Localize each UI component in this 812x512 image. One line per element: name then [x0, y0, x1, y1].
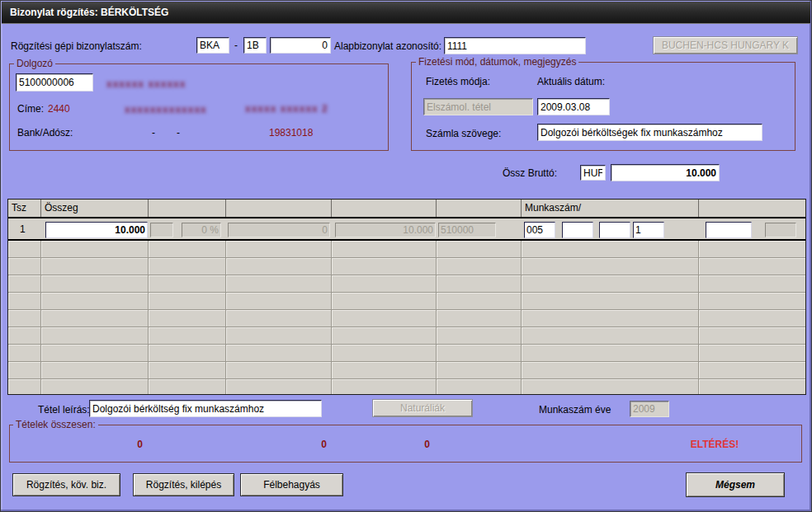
doc-separator: -	[234, 40, 238, 51]
table-cell	[522, 345, 699, 361]
table-cell	[41, 379, 149, 395]
table-cell	[41, 327, 149, 344]
table-cell	[332, 275, 437, 292]
table-cell	[699, 310, 805, 326]
base-doc-label: Alapbizonylat azonosító:	[334, 40, 441, 52]
table-cell	[8, 293, 41, 309]
payment-mode-label: Fizetés módja:	[426, 76, 490, 87]
doc-number-input[interactable]	[270, 37, 331, 54]
table-row[interactable]	[8, 362, 805, 379]
table-cell	[149, 379, 226, 395]
table-cell	[332, 345, 437, 361]
table-cell	[41, 310, 149, 326]
table-cell	[41, 275, 149, 292]
table-cell	[699, 258, 805, 275]
table-cell	[41, 258, 149, 275]
currency-input[interactable]	[580, 165, 606, 181]
payment-mode-input	[423, 98, 533, 115]
table-cell	[41, 362, 149, 378]
table-cell	[226, 310, 332, 326]
save-exit-button[interactable]: Rögzítés, kilépés	[133, 473, 234, 496]
row1-vat-percent-field	[182, 223, 221, 237]
table-cell	[226, 379, 332, 395]
address-city-redacted: xxxxxxxxxxxxx	[125, 104, 207, 115]
table-cell	[226, 241, 332, 257]
doc-book-input[interactable]	[243, 37, 267, 54]
table-cell	[332, 241, 437, 257]
table-cell	[437, 293, 522, 309]
header-tsz: Tsz	[8, 200, 41, 217]
table-row-1[interactable]: 1	[8, 217, 805, 241]
table-row[interactable]	[8, 327, 805, 345]
invoice-text-label: Számla szövege:	[426, 128, 501, 139]
current-date-input[interactable]	[537, 98, 610, 115]
table-cell	[332, 379, 437, 395]
worknumber-year-label: Munkaszám éve	[539, 404, 611, 416]
row1-extra-input[interactable]	[706, 222, 752, 238]
abort-button[interactable]: Félbehagyás	[240, 473, 343, 496]
titlebar[interactable]: Bizonylat rögzítés: BÉRKÖLTSÉG	[2, 2, 810, 24]
table-cell	[332, 310, 437, 326]
row1-workno1-input[interactable]	[524, 222, 555, 238]
table-cell	[8, 258, 41, 275]
item-description-input[interactable]	[89, 400, 322, 417]
bank-dash-2: -	[177, 127, 180, 139]
row1-col3a-field	[150, 223, 173, 237]
table-row[interactable]	[8, 310, 805, 327]
address-label: Címe:	[17, 103, 44, 115]
table-row[interactable]	[8, 258, 805, 275]
table-cell	[699, 379, 805, 395]
header-col5	[332, 200, 437, 217]
table-cell	[226, 345, 332, 361]
table-cell	[522, 362, 699, 378]
table-cell	[226, 275, 332, 292]
table-cell	[226, 362, 332, 378]
table-cell	[149, 362, 226, 378]
header-osszeg: Összeg	[41, 200, 149, 217]
table-cell	[522, 258, 699, 275]
doc-prefix-input[interactable]	[196, 37, 229, 54]
cancel-button[interactable]: Mégsem	[686, 472, 785, 497]
naturaliak-button: Naturáliák	[372, 399, 473, 417]
header-col6	[437, 200, 522, 217]
table-cell	[437, 345, 522, 361]
table-cell	[8, 275, 41, 292]
table-row[interactable]	[8, 241, 805, 258]
table-cell	[149, 258, 226, 275]
address-street-redacted: xxxxx xxxxxx 2	[245, 103, 328, 115]
table-cell	[522, 379, 699, 395]
totals-groupbox-legend: Tételek összesen:	[13, 419, 98, 430]
row1-workno3-input[interactable]	[599, 222, 630, 238]
table-cell	[699, 293, 805, 309]
gross-total-input[interactable]	[611, 164, 720, 181]
table-cell	[41, 345, 149, 361]
table-cell	[699, 327, 805, 344]
header-munkaszam: Munkaszám/	[522, 200, 699, 217]
table-cell	[332, 293, 437, 309]
employee-code-input[interactable]	[16, 73, 93, 92]
save-next-doc-button[interactable]: Rögzítés, köv. biz.	[12, 473, 120, 496]
items-table: Tsz Összeg Munkaszám/ 1	[7, 199, 806, 395]
row1-account-field	[438, 223, 496, 237]
row1-workno2-input[interactable]	[562, 222, 593, 238]
row1-amount-input[interactable]	[45, 222, 148, 238]
row1-number: 1	[20, 223, 26, 235]
base-doc-id-input[interactable]	[444, 37, 586, 54]
table-row[interactable]	[8, 293, 805, 310]
table-cell	[41, 241, 149, 257]
table-cell	[41, 293, 149, 309]
table-cell	[699, 362, 805, 378]
table-cell	[8, 345, 41, 361]
invoice-text-input[interactable]	[537, 124, 762, 141]
table-cell	[8, 327, 41, 344]
table-cell	[522, 275, 699, 292]
table-row[interactable]	[8, 345, 805, 362]
row1-workno4-input[interactable]	[633, 222, 664, 238]
table-cell	[149, 327, 226, 344]
table-row[interactable]	[8, 379, 805, 395]
table-cell	[699, 275, 805, 292]
table-row[interactable]	[8, 275, 805, 293]
table-cell	[522, 293, 699, 309]
difference-warning: ELTÉRÉS!	[673, 439, 756, 450]
table-cell	[522, 327, 699, 344]
